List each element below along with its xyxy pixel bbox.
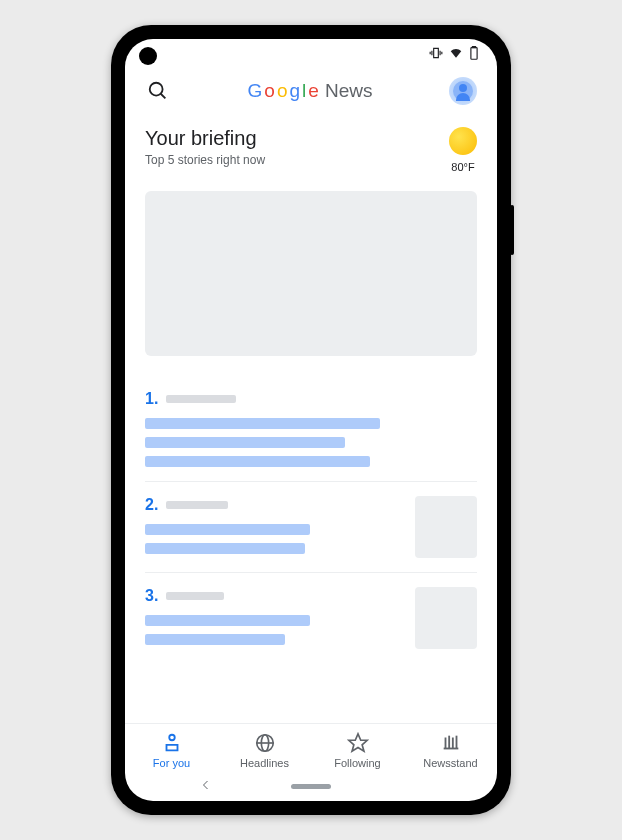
app-bar: Google News bbox=[125, 69, 497, 119]
search-icon bbox=[147, 80, 169, 102]
vibration-icon bbox=[429, 46, 443, 63]
nav-for-you-label: For you bbox=[153, 757, 190, 769]
svg-rect-0 bbox=[471, 47, 477, 59]
nav-newsstand-label: Newsstand bbox=[423, 757, 477, 769]
svg-point-4 bbox=[169, 735, 175, 741]
briefing-header: Your briefing Top 5 stories right now 80… bbox=[145, 127, 477, 173]
weather-temperature: 80°F bbox=[449, 161, 477, 173]
nav-headlines-label: Headlines bbox=[240, 757, 289, 769]
story-number: 2. bbox=[145, 496, 158, 514]
svg-point-2 bbox=[150, 83, 163, 96]
story-thumbnail bbox=[415, 496, 477, 558]
front-camera bbox=[139, 47, 157, 65]
nav-following[interactable]: Following bbox=[311, 732, 404, 769]
story-source-placeholder bbox=[166, 395, 236, 403]
story-meta: 3. bbox=[145, 587, 403, 605]
story-item[interactable]: 1. bbox=[145, 376, 477, 482]
avatar-icon bbox=[453, 81, 473, 101]
story-meta: 2. bbox=[145, 496, 403, 514]
phone-frame: Google News Your briefing Top 5 stories … bbox=[111, 25, 511, 815]
story-body: 2. bbox=[145, 496, 403, 558]
globe-icon bbox=[254, 732, 276, 754]
story-number: 1. bbox=[145, 390, 158, 408]
hero-story-image[interactable] bbox=[145, 191, 477, 356]
bottom-nav: For you Headlines Following Newsstand bbox=[125, 723, 497, 771]
svg-rect-1 bbox=[472, 46, 475, 48]
main-content: Your briefing Top 5 stories right now 80… bbox=[125, 119, 497, 723]
nav-newsstand[interactable]: Newsstand bbox=[404, 732, 497, 769]
newsstand-icon bbox=[440, 732, 462, 754]
story-body: 1. bbox=[145, 390, 477, 467]
nav-following-label: Following bbox=[334, 757, 380, 769]
story-number: 3. bbox=[145, 587, 158, 605]
story-headline-placeholder bbox=[145, 418, 477, 467]
story-headline-placeholder bbox=[145, 524, 403, 554]
search-button[interactable] bbox=[145, 78, 171, 104]
stories-list: 1.2.3. bbox=[145, 376, 477, 663]
wifi-icon bbox=[449, 46, 463, 63]
briefing-subtitle: Top 5 stories right now bbox=[145, 153, 265, 167]
story-source-placeholder bbox=[166, 592, 224, 600]
nav-headlines[interactable]: Headlines bbox=[218, 732, 311, 769]
story-headline-placeholder bbox=[145, 615, 403, 645]
account-avatar[interactable] bbox=[449, 77, 477, 105]
story-body: 3. bbox=[145, 587, 403, 649]
weather-widget[interactable]: 80°F bbox=[449, 127, 477, 173]
story-thumbnail bbox=[415, 587, 477, 649]
story-source-placeholder bbox=[166, 501, 228, 509]
system-back-button[interactable] bbox=[200, 778, 212, 794]
status-bar bbox=[125, 39, 497, 69]
story-item[interactable]: 3. bbox=[145, 573, 477, 663]
app-logo: Google News bbox=[248, 80, 373, 102]
svg-marker-8 bbox=[348, 734, 366, 751]
nav-for-you[interactable]: For you bbox=[125, 732, 218, 769]
for-you-icon bbox=[161, 732, 183, 754]
screen: Google News Your briefing Top 5 stories … bbox=[125, 39, 497, 801]
phone-side-button bbox=[510, 205, 514, 255]
star-icon bbox=[347, 732, 369, 754]
svg-line-3 bbox=[161, 94, 166, 99]
battery-icon bbox=[469, 46, 479, 63]
system-home-pill[interactable] bbox=[291, 784, 331, 789]
story-item[interactable]: 2. bbox=[145, 482, 477, 573]
system-nav-bar bbox=[125, 771, 497, 801]
story-meta: 1. bbox=[145, 390, 477, 408]
sun-icon bbox=[449, 127, 477, 155]
briefing-title: Your briefing bbox=[145, 127, 265, 150]
